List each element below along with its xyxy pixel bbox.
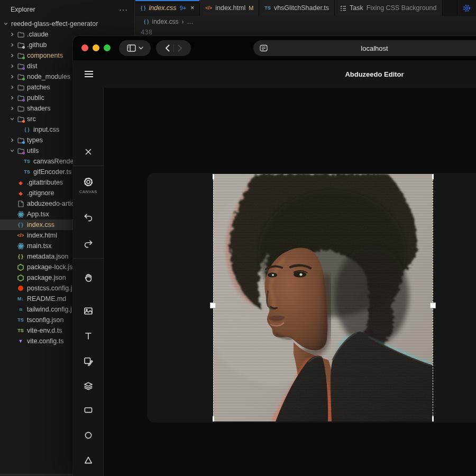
folder-icon: [16, 74, 25, 80]
braces-icon: { }: [144, 19, 149, 24]
circle-icon: [82, 429, 95, 442]
close-tab-icon[interactable]: ×: [190, 4, 194, 12]
breadcrumb[interactable]: { } index.css › …: [135, 16, 476, 28]
back-icon[interactable]: [165, 44, 170, 52]
undo-icon: [82, 211, 95, 224]
folder-icon: [16, 106, 25, 112]
folder-icon: [16, 63, 25, 69]
git-icon: ◆: [16, 190, 25, 196]
item-label: .gitattributes: [27, 179, 63, 186]
tab-task[interactable]: TaskFixing CSS Background: [335, 0, 442, 16]
postcss-icon: [16, 286, 25, 291]
tab-label: Task: [350, 4, 363, 12]
tool-label: CANVAS: [73, 189, 104, 194]
zoom-window-button[interactable]: [104, 44, 111, 51]
tab-badge: 9+: [180, 5, 187, 11]
ts-icon: TS: [16, 328, 25, 333]
hand-icon: [82, 271, 95, 284]
sidebar-toggle-button[interactable]: [119, 40, 151, 56]
explorer-more-icon[interactable]: ···: [119, 5, 128, 14]
item-label: App.tsx: [27, 210, 49, 218]
portrait-image[interactable]: [213, 174, 433, 422]
tab-label: vhsGlitchShader.ts: [274, 4, 329, 12]
chevron-right-icon: [8, 32, 16, 36]
item-label: tsconfig.json: [27, 316, 63, 324]
item-label: dist: [27, 62, 37, 70]
status-bar: [0, 474, 73, 476]
resize-handle-left[interactable]: [210, 303, 216, 308]
chevron-right-icon: [8, 138, 16, 142]
browser-window: localhost Abduzeedo Editor CANVAS: [73, 36, 476, 476]
folder-icon: [16, 42, 25, 48]
tab-index-css[interactable]: { }index.css9+×: [135, 0, 200, 16]
shape-icon: [82, 355, 95, 368]
item-label: index.html: [27, 232, 57, 239]
node-icon: [16, 274, 25, 281]
minimize-window-button[interactable]: [93, 44, 99, 51]
folder-icon: [16, 53, 25, 59]
chevron-right-icon: [8, 53, 16, 58]
tailwind-icon: ≈: [16, 306, 25, 313]
item-label: input.css: [33, 126, 59, 133]
app-title: Abduzeedo Editor: [73, 60, 476, 88]
browser-titlebar[interactable]: localhost: [73, 36, 476, 60]
text-button[interactable]: [79, 326, 98, 345]
folder-icon: [16, 85, 25, 90]
address-bar[interactable]: localhost: [253, 40, 476, 56]
chevron-right-icon: [8, 64, 16, 68]
circle-button[interactable]: [79, 426, 98, 445]
chevron-down-icon: [8, 117, 16, 121]
tab-vhsglitchshader-ts[interactable]: TSvhsGlitchShader.ts: [259, 0, 335, 16]
item-label: tailwind.config.j: [27, 306, 72, 313]
resize-handle-right[interactable]: [430, 303, 436, 308]
close-icon: [82, 145, 95, 158]
assistant-gear-icon[interactable]: [463, 4, 471, 12]
tree-item-reeded-glass-effect-generator[interactable]: reeded-glass-effect-generator: [0, 19, 134, 29]
redo-icon: [82, 237, 95, 250]
close-window-button[interactable]: [81, 44, 88, 51]
image-icon: [82, 305, 95, 317]
triangle-icon: [82, 454, 95, 466]
react-icon: [16, 243, 25, 250]
explorer-header: Explorer ···: [0, 0, 134, 19]
chevron-right-icon: [8, 96, 16, 100]
item-label: reeded-glass-effect-generator: [11, 20, 98, 28]
rectangle-icon: [82, 404, 95, 416]
item-label: README.md: [27, 295, 66, 303]
canvas-workspace[interactable]: [104, 88, 476, 476]
close-button[interactable]: [79, 142, 98, 161]
item-label: public: [27, 94, 44, 102]
image-button[interactable]: [79, 301, 98, 321]
breadcrumb-file: index.css: [152, 18, 179, 25]
canvas-settings-button[interactable]: [79, 172, 98, 191]
file-icon: [16, 200, 25, 207]
chevron-down-icon: [8, 149, 16, 153]
tab-badge: M: [249, 5, 253, 11]
chevron-right-icon: [8, 75, 16, 79]
chevron-right-icon: [8, 43, 16, 47]
canvas-settings-icon: [82, 176, 95, 188]
item-label: abduzeedo-artic: [27, 200, 75, 207]
undo-button[interactable]: [79, 208, 98, 227]
chevron-right-icon: [8, 106, 16, 111]
ts-icon: TS: [264, 5, 271, 11]
node-icon: [16, 264, 25, 271]
triangle-button[interactable]: [79, 451, 98, 470]
hand-button[interactable]: [79, 268, 98, 287]
react-icon: [16, 211, 25, 218]
rectangle-button[interactable]: [79, 400, 98, 419]
tab-index-html[interactable]: </>index.htmlM: [200, 0, 259, 16]
artboard[interactable]: [147, 173, 476, 423]
md-icon: M↓: [16, 296, 25, 301]
vite-icon: ▼: [16, 338, 25, 344]
folder-icon: [16, 148, 25, 154]
sidebar-toggle-icon: [127, 44, 136, 52]
checklist-icon: [340, 5, 346, 11]
shape-button[interactable]: [79, 352, 98, 371]
reader-icon[interactable]: [260, 44, 268, 52]
item-label: shaders: [27, 105, 50, 112]
traffic-lights: [81, 44, 111, 51]
redo-button[interactable]: [79, 234, 98, 253]
layers-button[interactable]: [79, 376, 98, 395]
forward-icon[interactable]: [178, 44, 182, 52]
